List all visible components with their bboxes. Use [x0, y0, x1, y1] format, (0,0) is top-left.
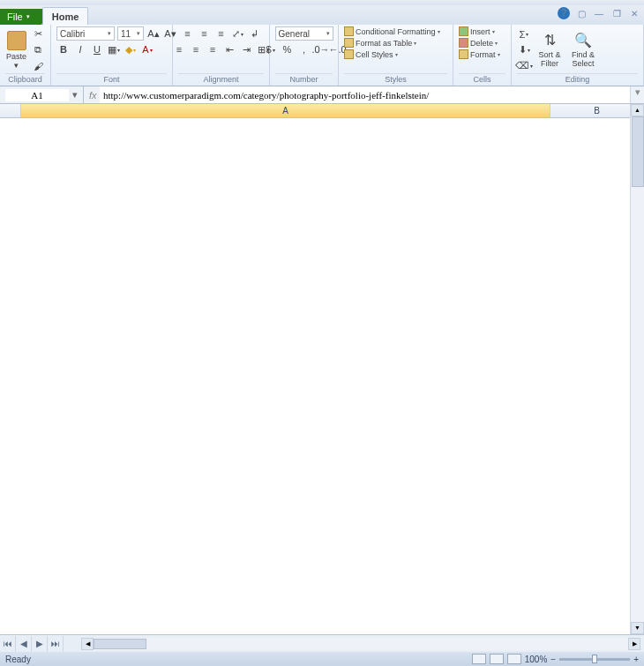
horizontal-scrollbar[interactable]: ◀ ▶ — [81, 638, 640, 650]
align-top-button[interactable]: ≡ — [181, 26, 195, 41]
font-color-button[interactable]: A — [140, 42, 154, 56]
autosum-button[interactable]: Σ — [517, 27, 531, 41]
find-icon: 🔍 — [574, 32, 592, 49]
status-ready: Ready — [5, 655, 31, 664]
group-styles-label: Styles — [344, 73, 447, 86]
expand-formula-bar[interactable]: ▾ — [630, 86, 644, 103]
scroll-left-button[interactable]: ◀ — [81, 638, 94, 650]
font-size-combo[interactable]: 11▾ — [117, 26, 144, 41]
format-painter-button[interactable]: 🖌 — [31, 59, 45, 73]
sheet-nav-prev[interactable]: ◀ — [16, 636, 32, 652]
border-button[interactable]: ▦ — [107, 42, 121, 56]
insert-cells-button[interactable]: Insert▾ — [459, 26, 495, 36]
sheet-tab-bar: ⏮ ◀ ▶ ⏭ ◀ ▶ — [0, 634, 644, 652]
increase-indent-button[interactable]: ⇥ — [239, 42, 253, 56]
fill-color-button[interactable]: ◆ — [124, 42, 138, 56]
align-center-button[interactable]: ≡ — [189, 42, 203, 56]
bold-button[interactable]: B — [56, 42, 71, 56]
paste-icon — [7, 31, 26, 50]
group-clipboard-label: Clipboard — [5, 73, 45, 86]
paste-button[interactable]: Paste ▾ — [5, 29, 27, 71]
fill-button[interactable]: ⬇ — [517, 43, 531, 57]
cut-button[interactable]: ✂ — [31, 27, 45, 41]
hscroll-thumb[interactable] — [94, 639, 146, 649]
grow-font-button[interactable]: A▴ — [146, 26, 161, 41]
group-editing-label: Editing — [517, 73, 638, 86]
vertical-scrollbar[interactable]: ▲ ▼ — [630, 104, 644, 634]
close-window-icon[interactable]: ✕ — [628, 9, 640, 19]
underline-button[interactable]: U — [90, 42, 104, 56]
zoom-level[interactable]: 100% — [525, 655, 548, 664]
align-middle-button[interactable]: ≡ — [198, 26, 212, 41]
page-layout-view-button[interactable] — [490, 654, 504, 664]
decrease-indent-button[interactable]: ⇤ — [222, 42, 236, 56]
orientation-button[interactable]: ⤢ — [231, 26, 245, 41]
minimize-ribbon-icon[interactable]: ▢ — [575, 9, 588, 19]
align-bottom-button[interactable]: ≡ — [214, 26, 228, 41]
align-left-button[interactable]: ≡ — [172, 42, 186, 56]
delete-cells-button[interactable]: Delete▾ — [459, 38, 498, 48]
zoom-in-button[interactable]: + — [633, 655, 639, 664]
sheet-nav-next[interactable]: ▶ — [32, 636, 48, 652]
group-cells-label: Cells — [459, 73, 505, 86]
conditional-formatting-button[interactable]: Conditional Formatting▾ — [344, 26, 440, 36]
vscroll-thumb[interactable] — [632, 116, 644, 187]
sheet-nav-first[interactable]: ⏮ — [0, 636, 16, 652]
scroll-up-button[interactable]: ▲ — [631, 104, 644, 116]
status-bar: Ready 100% − + — [0, 652, 644, 666]
insert-function-button[interactable]: fx — [84, 86, 100, 103]
select-all-corner[interactable] — [0, 104, 21, 117]
font-name-combo[interactable]: Calibri▾ — [56, 26, 115, 41]
zoom-out-button[interactable]: − — [550, 655, 556, 664]
italic-button[interactable]: I — [73, 42, 87, 56]
group-alignment-label: Alignment — [178, 73, 264, 86]
worksheet-grid[interactable]: A B — [0, 104, 644, 634]
cell-styles-button[interactable]: Cell Styles▾ — [344, 49, 398, 59]
ribbon: Paste ▾ ✂ ⧉ 🖌 Clipboard Calibri▾ 11▾ A▴ … — [0, 25, 644, 86]
ribbon-tabstrip: File Home ? ▢ — ❐ ✕ — [0, 5, 644, 25]
formula-input[interactable] — [100, 86, 630, 103]
minimize-window-icon[interactable]: — — [593, 9, 605, 19]
normal-view-button[interactable] — [472, 654, 486, 664]
name-box-dropdown[interactable]: ▾ — [69, 89, 81, 101]
format-as-table-button[interactable]: Format as Table▾ — [344, 38, 416, 48]
restore-window-icon[interactable]: ❐ — [610, 9, 623, 19]
page-break-view-button[interactable] — [507, 654, 521, 664]
comma-format-button[interactable]: , — [297, 42, 311, 56]
clear-button[interactable]: ⌫ — [517, 59, 531, 73]
file-tab[interactable]: File — [0, 9, 42, 25]
wrap-text-button[interactable]: ↲ — [248, 26, 262, 41]
find-select-button[interactable]: 🔍 Find & Select — [568, 29, 598, 71]
formula-bar: ▾ fx ▾ — [0, 86, 644, 104]
accounting-format-button[interactable]: $ — [264, 42, 278, 56]
increase-decimal-button[interactable]: .0→ — [314, 42, 328, 56]
align-right-button[interactable]: ≡ — [206, 42, 220, 56]
sort-filter-icon: ⇅ — [544, 32, 556, 49]
format-cells-button[interactable]: Format▾ — [459, 49, 500, 59]
name-box[interactable] — [5, 89, 69, 101]
column-header-a[interactable]: A — [21, 104, 550, 117]
scroll-right-button[interactable]: ▶ — [628, 638, 640, 650]
sort-filter-button[interactable]: ⇅ Sort & Filter — [535, 29, 565, 71]
copy-button[interactable]: ⧉ — [31, 43, 45, 57]
group-number-label: Number — [275, 73, 333, 86]
tab-home[interactable]: Home — [42, 7, 89, 25]
zoom-slider[interactable] — [559, 658, 630, 661]
scroll-down-button[interactable]: ▼ — [631, 622, 644, 634]
number-format-combo[interactable]: General▾ — [275, 26, 333, 41]
percent-format-button[interactable]: % — [281, 42, 295, 56]
help-icon[interactable]: ? — [558, 7, 570, 19]
group-font-label: Font — [56, 73, 167, 86]
sheet-nav-last[interactable]: ⏭ — [48, 636, 64, 652]
